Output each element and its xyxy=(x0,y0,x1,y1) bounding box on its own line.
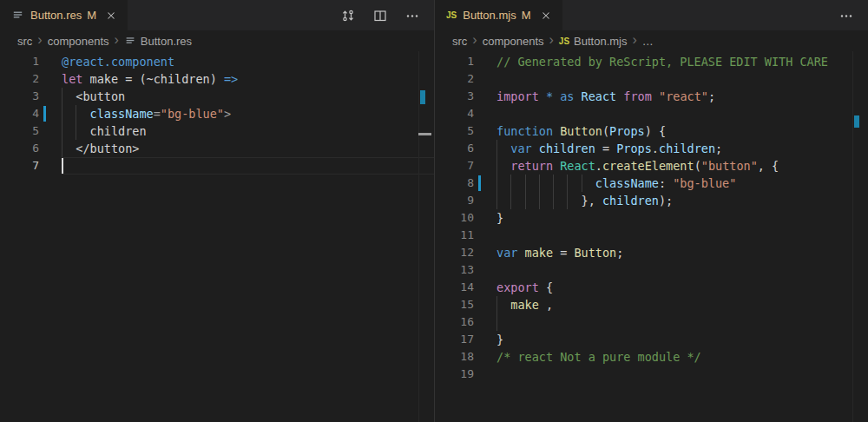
line-number: 7 xyxy=(435,157,474,175)
code-line-12[interactable]: 12var make = Button; xyxy=(435,244,868,261)
breadcrumb-item-src[interactable]: src xyxy=(17,35,32,48)
code-line-7[interactable]: 7 xyxy=(0,157,434,175)
code-line-3[interactable]: 3 <button xyxy=(0,88,434,105)
code-line-4[interactable]: 4 xyxy=(435,105,868,122)
tabbar-left: Button.res M xyxy=(0,0,434,30)
breadcrumb-item-components[interactable]: components xyxy=(483,35,544,48)
token: ; xyxy=(715,142,722,155)
code-line-5[interactable]: 5function Button(Props) { xyxy=(435,122,868,140)
line-number: 1 xyxy=(435,53,474,70)
code-line-5[interactable]: 5 children xyxy=(0,122,434,140)
chevron-right-icon: › xyxy=(632,33,636,47)
indent-guide xyxy=(582,175,582,192)
code-line-17[interactable]: 17} xyxy=(435,331,868,348)
gutter xyxy=(474,296,496,313)
code-line-19[interactable]: 19 xyxy=(435,366,868,383)
code-editor-button-mjs[interactable]: 1// Generated by ReScript, PLEASE EDIT W… xyxy=(435,51,868,422)
code-line-7[interactable]: 7 return React.createElement("button", { xyxy=(435,157,868,175)
token: // Generated by ReScript, PLEASE EDIT WI… xyxy=(496,55,828,69)
gutter-modified-marker[interactable] xyxy=(43,106,46,122)
close-icon[interactable] xyxy=(537,7,555,24)
line-content: } xyxy=(496,331,868,348)
editor-actions-right xyxy=(838,0,868,30)
line-content: let make = (~children) => xyxy=(62,70,434,88)
breadcrumb-item-file[interactable]: JS Button.mjs xyxy=(559,35,628,48)
close-icon[interactable] xyxy=(102,7,120,24)
gutter xyxy=(474,105,496,122)
code-line-10[interactable]: 10} xyxy=(435,209,868,227)
line-number: 15 xyxy=(435,296,474,313)
indent-guide xyxy=(510,192,511,209)
code-line-1[interactable]: 1// Generated by ReScript, PLEASE EDIT W… xyxy=(435,53,868,70)
code-line-9[interactable]: 9 }, children); xyxy=(435,192,868,209)
token: let xyxy=(62,72,82,86)
line-content: var make = Button; xyxy=(496,244,868,261)
token: Button xyxy=(560,124,602,138)
gutter xyxy=(39,70,62,88)
code-line-3[interactable]: 3import * as React from "react"; xyxy=(435,88,868,105)
line-content: className="bg-blue"> xyxy=(62,105,434,122)
text-cursor xyxy=(62,158,63,174)
code-line-18[interactable]: 18/* react Not a pure module */ xyxy=(435,348,868,366)
tab-button-mjs[interactable]: JS Button.mjs M xyxy=(435,0,562,30)
more-actions-icon[interactable] xyxy=(838,7,855,24)
indent-guide xyxy=(510,175,511,192)
indent-guide xyxy=(76,122,76,140)
code-line-6[interactable]: 6 var children = Props.children; xyxy=(435,140,868,157)
indent-guide xyxy=(496,175,497,192)
more-actions-icon[interactable] xyxy=(404,7,421,24)
gutter xyxy=(39,157,62,175)
javascript-file-icon: JS xyxy=(559,36,569,46)
token: make xyxy=(510,298,539,312)
code-line-2[interactable]: 2 xyxy=(435,70,868,88)
gutter xyxy=(474,331,496,348)
compare-changes-icon[interactable] xyxy=(339,7,357,24)
token xyxy=(517,246,524,260)
token: "react" xyxy=(659,89,708,103)
token: export xyxy=(496,280,539,294)
code-line-4[interactable]: 4 className="bg-blue"> xyxy=(0,105,434,122)
split-editor-icon[interactable] xyxy=(372,7,389,24)
line-content: children xyxy=(62,122,434,140)
breadcrumb-item-components[interactable]: components xyxy=(48,35,109,48)
token: children xyxy=(602,194,659,208)
line-number: 1 xyxy=(0,53,39,70)
line-number: 11 xyxy=(435,227,474,244)
line-number: 18 xyxy=(435,348,474,366)
line-number: 9 xyxy=(435,192,474,209)
token: createElement xyxy=(602,159,694,173)
token: make = (~children) xyxy=(82,72,224,86)
code-line-8[interactable]: 8 className: "bg-blue" xyxy=(435,175,868,192)
token: make xyxy=(525,246,554,260)
indent-guide xyxy=(567,175,568,192)
overview-ruler-border xyxy=(852,51,853,422)
gutter-modified-marker[interactable] xyxy=(478,175,481,191)
token: @react.component xyxy=(62,55,174,69)
token xyxy=(553,159,560,173)
token: ( xyxy=(602,124,609,138)
code-line-14[interactable]: 14export { xyxy=(435,279,868,296)
token: . xyxy=(652,142,659,155)
gutter xyxy=(39,122,62,140)
line-number: 6 xyxy=(0,140,39,157)
code-line-6[interactable]: 6 </button> xyxy=(0,140,434,157)
breadcrumb-overflow[interactable]: … xyxy=(642,35,654,48)
breadcrumb-item-file[interactable]: Button.res xyxy=(124,35,192,48)
code-line-11[interactable]: 11 xyxy=(435,227,868,244)
tab-button-res[interactable]: Button.res M xyxy=(0,0,128,30)
line-content xyxy=(496,227,868,244)
line-content: function Button(Props) { xyxy=(496,122,868,140)
code-line-16[interactable]: 16 xyxy=(435,313,868,331)
token: , { xyxy=(758,159,779,173)
token: * as xyxy=(546,89,575,103)
code-line-13[interactable]: 13 xyxy=(435,261,868,279)
code-line-15[interactable]: 15 make , xyxy=(435,296,868,313)
line-content: /* react Not a pure module */ xyxy=(496,348,868,366)
indent-guide xyxy=(567,192,568,209)
code-line-1[interactable]: 1@react.component xyxy=(0,53,434,70)
code-editor-button-res[interactable]: 1@react.component2let make = (~children)… xyxy=(0,51,434,422)
breadcrumb-item-src[interactable]: src xyxy=(452,35,467,48)
code-line-2[interactable]: 2let make = (~children) => xyxy=(0,70,434,88)
overview-modified-mark xyxy=(854,115,859,128)
line-content xyxy=(496,70,868,88)
